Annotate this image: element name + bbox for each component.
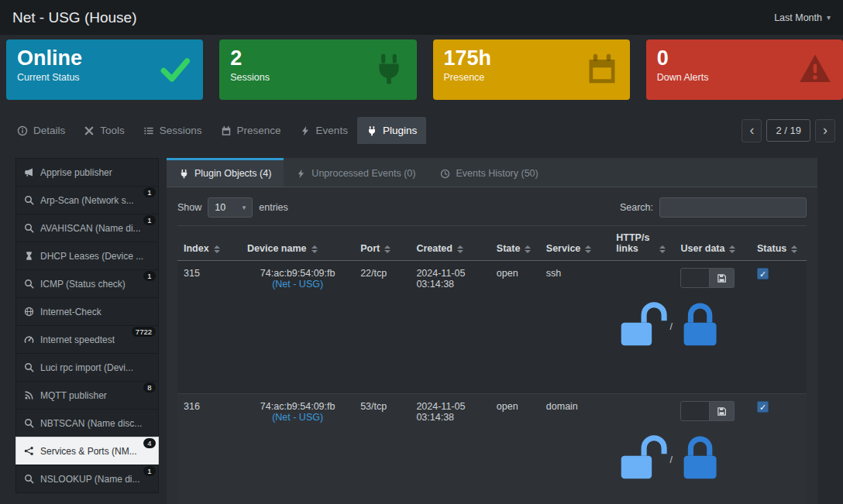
main-tab-bar: Details Tools Sessions Presence Events P… bbox=[0, 116, 843, 145]
list-icon bbox=[143, 125, 154, 136]
sidebar-item-label: AVAHISCAN (Name di... bbox=[40, 223, 141, 234]
floppy-icon bbox=[717, 406, 727, 417]
col-status[interactable]: Status bbox=[751, 226, 807, 261]
sidebar-item-services-ports[interactable]: Services & Ports (NM...4 bbox=[15, 437, 159, 465]
table-row: 315 74:ac:b9:54:09:fb(Net - USG) 22/tcp … bbox=[177, 261, 807, 394]
user-data-input[interactable] bbox=[680, 401, 710, 421]
https-link-icon[interactable] bbox=[674, 375, 726, 386]
col-device-name[interactable]: Device name bbox=[241, 226, 354, 261]
sidebar-item-label: DHCP Leases (Device ... bbox=[40, 251, 143, 262]
sort-icon bbox=[311, 245, 318, 253]
col-created[interactable]: Created bbox=[410, 226, 490, 261]
tab-label: Details bbox=[33, 125, 65, 136]
sidebar-item-nslookup[interactable]: NSLOOKUP (Name di...1 bbox=[15, 465, 159, 493]
plug-icon bbox=[366, 125, 377, 136]
sidebar-item-label: MQTT publisher bbox=[40, 390, 107, 401]
app-window: Net - USG (House) Last Month ▾ Online Cu… bbox=[0, 0, 843, 504]
plugin-panel: Plugin Objects (4) Unprocessed Events (0… bbox=[167, 158, 817, 504]
cell-port: 22/tcp bbox=[354, 261, 410, 394]
tab-label: Sessions bbox=[160, 125, 202, 136]
sidebar-item-label: Arp-Scan (Network s... bbox=[40, 195, 134, 206]
period-label: Last Month bbox=[774, 12, 822, 23]
cell-state: open bbox=[490, 261, 540, 394]
status-checkbox[interactable]: ✓ bbox=[757, 401, 769, 413]
col-http-links[interactable]: HTTP/s links bbox=[610, 226, 674, 261]
cell-index: 315 bbox=[177, 261, 241, 394]
status-checkbox[interactable]: ✓ bbox=[757, 268, 769, 279]
save-button[interactable] bbox=[710, 401, 735, 421]
chevron-right-icon[interactable]: › bbox=[815, 119, 835, 142]
chevron-left-icon[interactable]: ‹ bbox=[741, 119, 762, 142]
http-link-icon[interactable] bbox=[616, 375, 668, 386]
col-port[interactable]: Port bbox=[354, 226, 410, 261]
sidebar-item-label: Apprise publisher bbox=[40, 167, 112, 178]
sidebar-item-avahiscan[interactable]: AVAHISCAN (Name di...1 bbox=[15, 214, 159, 242]
summary-cards: Online Current Status 2 Sessions 175h Pr… bbox=[0, 36, 843, 100]
sidebar-item-icmp[interactable]: ICMP (Status check)1 bbox=[15, 269, 159, 298]
cell-created: 2024-11-05 03:14:38 bbox=[410, 261, 490, 394]
user-data-input[interactable] bbox=[680, 268, 710, 288]
col-index[interactable]: Index bbox=[177, 226, 241, 261]
search-input[interactable] bbox=[659, 197, 807, 218]
count-badge: 1 bbox=[143, 187, 156, 197]
tab-plugins[interactable]: Plugins bbox=[357, 117, 426, 144]
device-link[interactable]: (Net - USG) bbox=[247, 412, 348, 423]
search-icon bbox=[24, 418, 34, 428]
tab-label: Events bbox=[316, 125, 348, 136]
sidebar-item-internet-check[interactable]: Internet-Check bbox=[15, 297, 159, 326]
tab-details[interactable]: Details bbox=[8, 117, 74, 144]
status-card-down-alerts: 0 Down Alerts bbox=[646, 39, 843, 100]
rss-icon bbox=[24, 390, 34, 400]
col-user-data[interactable]: User data bbox=[674, 226, 751, 261]
check-icon bbox=[158, 52, 192, 86]
sidebar-item-mqtt[interactable]: MQTT publisher8 bbox=[15, 381, 159, 410]
device-pager: ‹ 2 / 19 › bbox=[741, 119, 835, 142]
plugin-objects-table: Index Device name Port Created State Ser… bbox=[177, 225, 807, 504]
sort-icon bbox=[525, 245, 531, 253]
tab-label: Tools bbox=[100, 125, 125, 136]
sidebar-item-label: Services & Ports (NM... bbox=[40, 446, 137, 457]
tab-tools[interactable]: Tools bbox=[74, 117, 134, 144]
col-service[interactable]: Service bbox=[540, 226, 610, 261]
sort-icon bbox=[585, 245, 591, 253]
device-link[interactable]: (Net - USG) bbox=[247, 279, 348, 290]
search-icon bbox=[24, 279, 34, 289]
plugin-sidebar: Apprise publisher Arp-Scan (Network s...… bbox=[15, 158, 159, 493]
count-badge: 4 bbox=[143, 438, 156, 448]
sort-icon bbox=[729, 245, 735, 253]
cell-port: 53/tcp bbox=[354, 394, 410, 504]
page-size-value: 10 bbox=[215, 202, 225, 213]
subtab-plugin-objects[interactable]: Plugin Objects (4) bbox=[167, 158, 284, 187]
warning-icon bbox=[798, 52, 832, 86]
sidebar-item-luci-rpc[interactable]: Luci rpc import (Devi... bbox=[15, 353, 159, 382]
search-label: Search: bbox=[620, 202, 653, 213]
sidebar-item-dhcp-leases[interactable]: DHCP Leases (Device ... bbox=[15, 242, 159, 270]
sidebar-item-nbtscan[interactable]: NBTSCAN (Name disc... bbox=[15, 409, 159, 437]
count-badge: 1 bbox=[143, 466, 156, 476]
col-state[interactable]: State bbox=[490, 226, 540, 261]
info-icon bbox=[17, 125, 28, 136]
tab-sessions[interactable]: Sessions bbox=[134, 117, 212, 144]
sidebar-item-internet-speedtest[interactable]: Internet speedtest7722 bbox=[15, 325, 159, 354]
status-card-presence: 175h Presence bbox=[433, 39, 630, 100]
page-size-select[interactable]: 10▾ bbox=[208, 197, 253, 218]
chevron-down-icon: ▾ bbox=[827, 13, 831, 22]
floppy-icon bbox=[717, 273, 727, 283]
hourglass-icon bbox=[24, 251, 34, 261]
subtab-unprocessed-events[interactable]: Unprocessed Events (0) bbox=[284, 158, 428, 187]
tab-events[interactable]: Events bbox=[291, 117, 357, 144]
chevron-down-icon: ▾ bbox=[243, 204, 246, 211]
device-page-indicator: 2 / 19 bbox=[766, 119, 810, 142]
sidebar-item-arpscan[interactable]: Arp-Scan (Network s...1 bbox=[15, 186, 159, 214]
tab-presence[interactable]: Presence bbox=[212, 117, 291, 144]
subtab-label: Events History (50) bbox=[456, 168, 538, 179]
share-icon bbox=[24, 446, 34, 456]
sort-icon bbox=[214, 245, 220, 253]
sidebar-item-label: NBTSCAN (Name disc... bbox=[40, 418, 142, 429]
period-selector[interactable]: Last Month ▾ bbox=[774, 12, 831, 23]
sidebar-item-apprise[interactable]: Apprise publisher bbox=[15, 158, 159, 187]
subtab-events-history[interactable]: Events History (50) bbox=[428, 158, 550, 187]
save-button[interactable] bbox=[710, 268, 735, 288]
subtab-label: Plugin Objects (4) bbox=[194, 168, 271, 179]
cell-service: ssh bbox=[540, 261, 610, 394]
